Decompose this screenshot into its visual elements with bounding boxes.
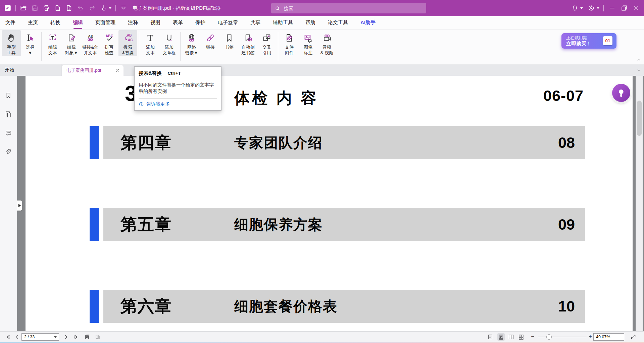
foxit-logo-icon[interactable] bbox=[4, 4, 11, 12]
view-facing-continuous-button[interactable] bbox=[518, 334, 524, 340]
zoom-slider-knob[interactable] bbox=[546, 334, 552, 340]
ribbon-button-label: 附件 bbox=[285, 50, 294, 56]
caret-down-icon[interactable] bbox=[54, 336, 57, 338]
menu-esign[interactable]: 电子签章 bbox=[218, 19, 238, 26]
undo-button[interactable] bbox=[77, 4, 84, 12]
hand-mode-button[interactable] bbox=[100, 4, 111, 12]
last-page-button[interactable] bbox=[72, 334, 79, 340]
zoom-level-box[interactable]: 49.07% bbox=[593, 333, 624, 341]
cross-ref-button[interactable]: 交叉引用 bbox=[257, 30, 276, 56]
ribbon-button-label: 对象▼ bbox=[65, 50, 78, 56]
search-replace-icon: ABAC bbox=[123, 33, 133, 43]
ai-tip-bulb-button[interactable] bbox=[612, 84, 630, 102]
pages-panel-button[interactable] bbox=[2, 108, 14, 120]
menu-ai-assistant[interactable]: AI助手 bbox=[360, 19, 376, 26]
page-number-box[interactable]: 2 / 33 bbox=[21, 333, 59, 341]
tab-document[interactable]: 电子案例画册.pdf bbox=[62, 65, 123, 76]
svg-text:AB: AB bbox=[127, 34, 132, 37]
close-button[interactable] bbox=[633, 4, 640, 12]
fullscreen-button[interactable] bbox=[630, 334, 636, 340]
add-article-button[interactable]: 添加文章框 bbox=[160, 30, 179, 56]
select-button[interactable]: 选择▼ bbox=[21, 30, 40, 56]
caret-down-icon[interactable] bbox=[109, 7, 111, 9]
search-input[interactable] bbox=[283, 5, 412, 11]
menu-comment[interactable]: 注释 bbox=[128, 19, 138, 26]
menu-file[interactable]: 文件 bbox=[5, 19, 15, 26]
help-circle-icon bbox=[139, 102, 144, 107]
clipboard-icon bbox=[95, 334, 101, 340]
global-search-box[interactable] bbox=[271, 3, 426, 13]
tooltip-body: 用不同的文件替换一个给定的文本字串的所有实例 bbox=[139, 82, 217, 95]
link-button[interactable]: 链接 bbox=[201, 30, 220, 56]
menu-page-manage[interactable]: 页面管理 bbox=[95, 19, 115, 26]
prev-page-button[interactable] bbox=[14, 334, 20, 340]
tab-close-button[interactable] bbox=[115, 68, 120, 73]
bottom-gradient-strip bbox=[0, 342, 644, 343]
search-replace-button[interactable]: ABAC搜索&替换 bbox=[118, 30, 137, 56]
snapshot-button[interactable] bbox=[84, 334, 90, 340]
menu-home[interactable]: 主页 bbox=[28, 19, 38, 26]
panel-expander-button[interactable] bbox=[17, 201, 22, 211]
menu-share[interactable]: 共享 bbox=[250, 19, 260, 26]
print-button[interactable] bbox=[43, 4, 50, 12]
clipboard-button[interactable] bbox=[95, 334, 101, 340]
add-page-button[interactable] bbox=[65, 4, 73, 12]
menu-view[interactable]: 视图 bbox=[150, 19, 160, 26]
bookmark-button[interactable]: 书签 bbox=[220, 30, 239, 56]
tab-document-label: 电子案例画册.pdf bbox=[66, 67, 113, 73]
trial-banner[interactable]: 正在试用期 立即购买！ 01 bbox=[561, 33, 616, 49]
hand-button[interactable]: 手型工具 bbox=[2, 30, 21, 56]
caret-down-icon[interactable] bbox=[597, 7, 599, 9]
image-annot-button[interactable]: 图像标注 bbox=[299, 30, 317, 56]
menu-form[interactable]: 表单 bbox=[173, 19, 183, 26]
attachment-panel-button[interactable] bbox=[2, 146, 14, 158]
view-continuous-button[interactable] bbox=[497, 333, 505, 341]
tab-start[interactable]: 开始 bbox=[0, 64, 61, 76]
open-file-button[interactable] bbox=[20, 4, 27, 12]
menu-paper-tools[interactable]: 论文工具 bbox=[328, 19, 348, 26]
menu-accessibility[interactable]: 辅助工具 bbox=[273, 19, 293, 26]
view-single-page-button[interactable] bbox=[487, 334, 493, 340]
menu-protect[interactable]: 保护 bbox=[195, 19, 205, 26]
menu-convert[interactable]: 转换 bbox=[50, 19, 60, 26]
comment-panel-button[interactable] bbox=[2, 127, 14, 139]
account-button[interactable] bbox=[588, 4, 599, 12]
web-link-button[interactable]: 网络链接▼ bbox=[182, 30, 201, 56]
minimize-button[interactable] bbox=[608, 4, 616, 12]
view-facing-button[interactable] bbox=[508, 334, 514, 340]
first-page-button[interactable] bbox=[5, 334, 11, 340]
restore-button[interactable] bbox=[621, 4, 628, 12]
divider bbox=[15, 5, 16, 11]
tooltip-header: 搜索&替换 Ctrl+T bbox=[139, 70, 217, 79]
add-text-button[interactable]: 添加文本 bbox=[141, 30, 160, 56]
zoom-in-button[interactable]: + bbox=[588, 334, 593, 340]
buy-now-label[interactable]: 立即购买！ bbox=[566, 41, 591, 47]
save-button[interactable] bbox=[31, 4, 39, 12]
av-button[interactable]: 音频& 视频 bbox=[317, 30, 336, 56]
collapse-ribbon-button[interactable] bbox=[637, 58, 641, 62]
menu-help[interactable]: 帮助 bbox=[305, 19, 315, 26]
notifications-button[interactable] bbox=[571, 4, 583, 12]
redo-button[interactable] bbox=[88, 4, 96, 12]
tab-list-button[interactable] bbox=[637, 68, 641, 72]
scrollbar-thumb[interactable] bbox=[637, 101, 642, 136]
next-page-button[interactable] bbox=[63, 334, 69, 340]
link-merge-button[interactable]: AB链接&合并文本 bbox=[81, 30, 100, 56]
chapter-title: 细胞保养方案 bbox=[234, 208, 323, 241]
caret-down-icon[interactable] bbox=[580, 7, 583, 9]
zoom-out-button[interactable]: − bbox=[530, 334, 535, 340]
edit-object-button[interactable]: 编辑对象▼ bbox=[62, 30, 81, 56]
remove-page-button[interactable] bbox=[54, 4, 61, 12]
file-attach-button[interactable]: 文件附件 bbox=[280, 30, 299, 56]
zoom-slider-track[interactable] bbox=[538, 337, 587, 337]
edit-text-button[interactable]: 编辑文本 bbox=[43, 30, 62, 56]
spellcheck-button[interactable]: ABC拼写检查 bbox=[100, 30, 118, 56]
ribbon-button-label: 网络 bbox=[187, 44, 196, 50]
ribbon-button-label: ▼ bbox=[28, 50, 33, 56]
reading-mode-button[interactable] bbox=[120, 4, 127, 12]
auto-bookmark-button[interactable]: A自动创建书签 bbox=[239, 30, 257, 56]
bookmark-panel-button[interactable] bbox=[2, 90, 14, 102]
tell-me-more-link[interactable]: 告诉我更多 bbox=[139, 101, 217, 107]
vertical-scrollbar[interactable] bbox=[636, 76, 643, 331]
menu-edit[interactable]: 编辑 bbox=[73, 19, 83, 26]
